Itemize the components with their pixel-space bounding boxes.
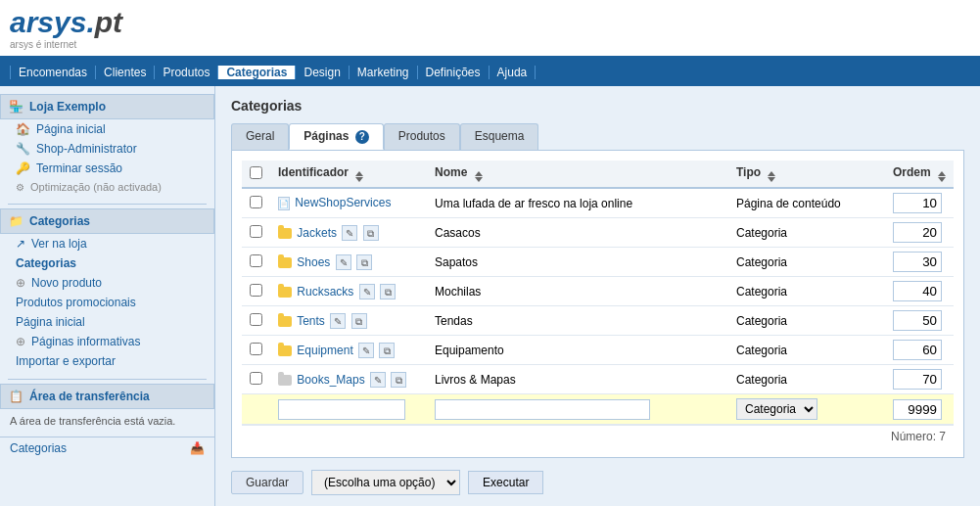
row-id-link[interactable]: Books_Maps — [297, 373, 364, 387]
row-id-link[interactable]: NewShopServices — [295, 196, 391, 209]
count-row: Número: 7 — [242, 425, 954, 447]
folder-gray-icon — [278, 375, 292, 386]
type-select[interactable]: Categoria — [736, 398, 817, 420]
novo-produto-label: Novo produto — [31, 276, 102, 290]
key-icon: 🔑 — [16, 161, 30, 175]
logo-dot: . — [86, 6, 94, 38]
nav-marketing[interactable]: Marketing — [350, 66, 418, 79]
ordem-sort[interactable]: Ordem — [893, 165, 931, 179]
row-checkbox[interactable] — [250, 284, 262, 297]
folder-icon — [278, 316, 292, 327]
select-all-checkbox[interactable] — [250, 166, 262, 179]
sidebar-categories-header: 📁 Categorias — [0, 208, 214, 234]
edit-icon[interactable]: ✎ — [359, 284, 375, 299]
row-checkbox[interactable] — [250, 343, 262, 355]
plus-info-icon: ⊕ — [16, 335, 25, 348]
new-id-input[interactable] — [278, 399, 405, 420]
logo-arsys: arsys — [10, 6, 86, 38]
order-input[interactable] — [893, 222, 942, 243]
table-row: Jackets ✎ ⧉ Casacos Categoria — [242, 218, 954, 248]
table-row: Rucksacks ✎ ⧉ Mochilas Categoria — [242, 277, 954, 306]
sidebar-shop-section: 🏪 Loja Exemplo 🏠 Página inicial 🔧 Shop-A… — [0, 94, 214, 196]
row-id-link[interactable]: Rucksacks — [297, 285, 353, 299]
copy-icon[interactable]: ⧉ — [380, 284, 396, 299]
page-title: Categorias — [231, 98, 964, 114]
row-checkbox[interactable] — [250, 254, 262, 267]
sidebar-link-admin[interactable]: 🔧 Shop-Administrator — [0, 139, 214, 159]
sort-down-icon4 — [938, 177, 946, 182]
sidebar-categorias[interactable]: Categorias — [0, 253, 214, 273]
row-checkbox[interactable] — [250, 313, 262, 326]
folder-icon — [278, 257, 292, 268]
copy-icon[interactable]: ⧉ — [363, 225, 379, 241]
copy-icon[interactable]: ⧉ — [391, 372, 406, 388]
sidebar-produtos-promocionais[interactable]: Produtos promocionais — [0, 293, 214, 312]
new-name-input[interactable] — [435, 399, 650, 420]
row-id-link[interactable]: Shoes — [297, 255, 330, 269]
categorias-label: Categorias — [16, 256, 76, 270]
help-icon[interactable]: ? — [355, 130, 369, 144]
order-input[interactable] — [893, 340, 942, 360]
sidebar-link-home[interactable]: 🏠 Página inicial — [0, 119, 214, 139]
nome-sort[interactable]: Nome — [435, 165, 467, 179]
ordem-sort-arrows — [938, 171, 946, 182]
sidebar-link-logout-label: Terminar sessão — [36, 161, 122, 175]
tab-geral[interactable]: Geral — [231, 123, 289, 150]
order-input[interactable] — [893, 369, 942, 390]
sort-up-icon4 — [938, 171, 946, 176]
sidebar: 🏪 Loja Exemplo 🏠 Página inicial 🔧 Shop-A… — [0, 86, 215, 506]
action-select[interactable]: (Escolha uma opção) — [311, 470, 460, 495]
table-container: Identificador Nome — [231, 150, 964, 458]
nav-ajuda[interactable]: Ajuda — [490, 66, 537, 79]
sidebar-link-logout[interactable]: 🔑 Terminar sessão — [0, 159, 214, 178]
sidebar-transfer-section: 📋 Área de transferência A área de transf… — [0, 384, 214, 459]
nav-design[interactable]: Design — [296, 66, 349, 79]
row-checkbox[interactable] — [250, 196, 262, 208]
order-input[interactable] — [893, 252, 942, 272]
order-input[interactable] — [893, 310, 942, 331]
row-id-link[interactable]: Tents — [297, 314, 325, 328]
edit-icon[interactable]: ✎ — [358, 343, 374, 358]
row-name: Sapatos — [427, 248, 728, 277]
sidebar-pagina-inicial[interactable]: Página inicial — [0, 312, 214, 332]
folder-icon — [278, 228, 292, 239]
plus-novo-icon: ⊕ — [16, 276, 25, 290]
sidebar-ver-na-loja[interactable]: ↗ Ver na loja — [0, 234, 214, 253]
transfer-add-icon: 📥 — [190, 441, 205, 455]
order-input[interactable] — [893, 193, 942, 213]
tipo-sort[interactable]: Tipo — [736, 165, 761, 179]
copy-icon[interactable]: ⧉ — [351, 313, 367, 329]
nav-definicoes[interactable]: Definições — [418, 66, 490, 79]
identificador-sort[interactable]: Identificador — [278, 165, 349, 179]
edit-icon[interactable]: ✎ — [336, 254, 351, 270]
tab-produtos[interactable]: Produtos — [384, 123, 460, 150]
row-checkbox[interactable] — [250, 372, 262, 385]
order-input[interactable] — [893, 281, 942, 301]
importar-label: Importar e exportar — [16, 354, 116, 368]
edit-icon[interactable]: ✎ — [370, 372, 386, 388]
save-button[interactable]: Guardar — [231, 471, 303, 494]
row-name: Mochilas — [427, 277, 728, 306]
sort-down-icon — [355, 177, 363, 182]
nome-sort-arrows — [475, 171, 483, 182]
copy-icon[interactable]: ⧉ — [356, 254, 372, 270]
sidebar-paginas-informativas[interactable]: ⊕ Páginas informativas — [0, 332, 214, 351]
nav-produtos[interactable]: Produtos — [155, 66, 218, 79]
nav-categorias[interactable]: Categorias — [218, 66, 296, 79]
edit-icon[interactable]: ✎ — [342, 225, 357, 241]
sidebar-transfer-link[interactable]: Categorias 📥 — [0, 437, 214, 459]
copy-icon[interactable]: ⧉ — [379, 343, 395, 358]
row-id-link[interactable]: Jackets — [297, 226, 337, 240]
edit-icon[interactable]: ✎ — [330, 313, 346, 329]
nav-encomendas[interactable]: Encomendas — [10, 66, 96, 79]
tab-esquema[interactable]: Esquema — [460, 123, 539, 150]
table-row: Books_Maps ✎ ⧉ Livros & Mapas Categoria — [242, 365, 954, 394]
execute-button[interactable]: Executar — [468, 471, 543, 494]
row-checkbox[interactable] — [250, 225, 262, 238]
new-order-input[interactable] — [893, 399, 942, 420]
nav-clientes[interactable]: Clientes — [96, 66, 155, 79]
sidebar-importar[interactable]: Importar e exportar — [0, 351, 214, 371]
sidebar-novo-produto[interactable]: ⊕ Novo produto — [0, 273, 214, 293]
tab-paginas[interactable]: Páginas ? — [289, 123, 383, 150]
row-id-link[interactable]: Equipment — [297, 344, 352, 357]
